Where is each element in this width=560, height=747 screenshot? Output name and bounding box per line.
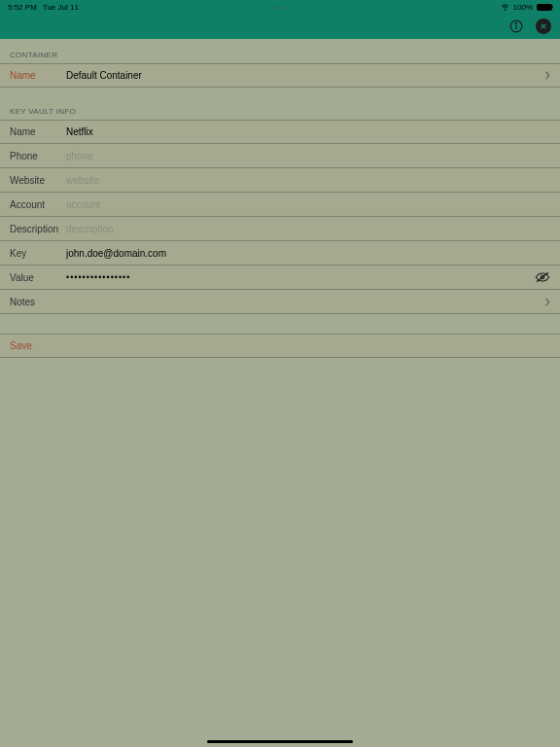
container-name-value: Default Container bbox=[66, 70, 544, 81]
status-time: 5:52 PM bbox=[8, 3, 37, 12]
info-button[interactable] bbox=[508, 18, 525, 35]
container-name-label: Name bbox=[10, 70, 66, 81]
vault-description-input[interactable] bbox=[66, 224, 550, 234]
svg-point-0 bbox=[505, 10, 506, 11]
vault-notes-row[interactable]: Notes bbox=[0, 290, 560, 314]
chevron-right-icon bbox=[544, 298, 550, 306]
vault-name-input[interactable] bbox=[66, 126, 550, 137]
visibility-toggle-icon[interactable] bbox=[535, 271, 550, 283]
status-center-dots: ••• bbox=[274, 3, 285, 12]
vault-key-row[interactable]: Key bbox=[0, 241, 560, 266]
vault-key-label: Key bbox=[10, 248, 66, 259]
chevron-right-icon bbox=[544, 71, 550, 80]
svg-point-3 bbox=[516, 23, 517, 24]
nav-bar bbox=[0, 14, 560, 39]
vault-name-label: Name bbox=[10, 126, 66, 137]
vault-notes-label: Notes bbox=[10, 297, 544, 307]
save-label: Save bbox=[10, 340, 32, 351]
vault-phone-input[interactable] bbox=[66, 151, 550, 161]
status-bar: 5:52 PM Tue Jul 11 ••• 100% bbox=[0, 0, 560, 14]
vault-account-input[interactable] bbox=[66, 199, 550, 210]
vault-description-row[interactable]: Description bbox=[0, 217, 560, 241]
vault-account-label: Account bbox=[10, 199, 66, 210]
vault-website-input[interactable] bbox=[66, 175, 550, 186]
battery-percent: 100% bbox=[513, 3, 533, 12]
container-section-header: CONTAINER bbox=[0, 39, 560, 63]
battery-icon bbox=[537, 4, 552, 11]
vault-website-row[interactable]: Website bbox=[0, 168, 560, 193]
vault-name-row[interactable]: Name bbox=[0, 120, 560, 144]
vault-section-header: KEY VAULT INFO bbox=[0, 88, 560, 120]
vault-key-input[interactable] bbox=[66, 248, 550, 259]
vault-website-label: Website bbox=[10, 175, 66, 186]
container-name-row[interactable]: Name Default Container bbox=[0, 63, 560, 88]
wifi-icon bbox=[501, 3, 509, 12]
save-button[interactable]: Save bbox=[0, 334, 560, 358]
status-date: Tue Jul 11 bbox=[43, 3, 79, 12]
vault-phone-row[interactable]: Phone bbox=[0, 144, 560, 168]
vault-value-row[interactable]: Value •••••••••••••••• bbox=[0, 266, 560, 290]
home-indicator[interactable] bbox=[207, 740, 353, 743]
close-button[interactable] bbox=[535, 18, 552, 35]
vault-description-label: Description bbox=[10, 224, 66, 234]
vault-value-masked: •••••••••••••••• bbox=[66, 272, 535, 282]
vault-account-row[interactable]: Account bbox=[0, 193, 560, 217]
vault-phone-label: Phone bbox=[10, 151, 66, 161]
vault-value-label: Value bbox=[10, 272, 66, 283]
